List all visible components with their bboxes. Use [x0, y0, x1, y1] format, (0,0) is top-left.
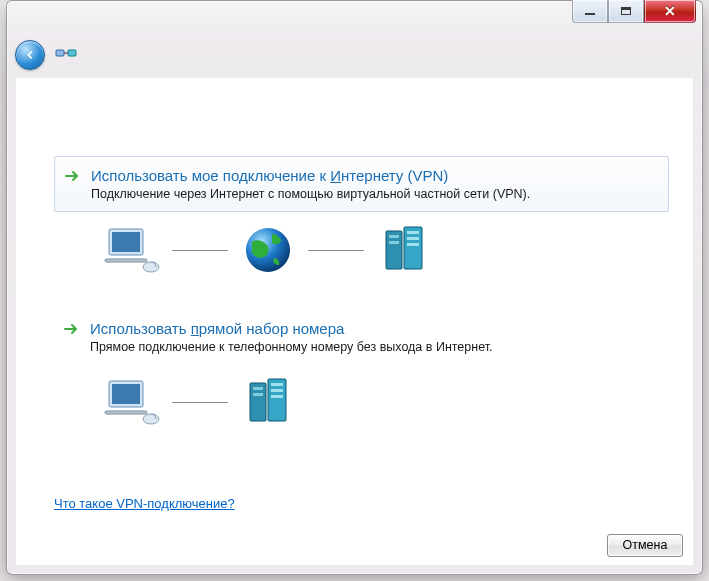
back-button[interactable] — [15, 40, 45, 70]
svg-rect-22 — [271, 395, 283, 398]
footer: Отмена — [16, 525, 693, 565]
globe-icon — [236, 222, 300, 278]
svg-rect-9 — [407, 231, 419, 234]
client-area: Использовать мое подключение к Интернету… — [15, 77, 694, 566]
option-dialup-desc: Прямое подключение к телефонному номеру … — [90, 340, 657, 354]
option-vpn-title: Использовать мое подключение к Интернету… — [91, 167, 656, 184]
close-button[interactable]: ✕ — [644, 0, 696, 23]
help-link-vpn[interactable]: Что такое VPN-подключение? — [54, 496, 235, 511]
svg-rect-24 — [253, 393, 263, 396]
svg-rect-12 — [389, 235, 399, 238]
svg-rect-16 — [105, 411, 147, 414]
caption-buttons: ✕ — [572, 0, 696, 23]
svg-rect-15 — [112, 384, 140, 404]
svg-rect-13 — [389, 241, 399, 244]
diagram-vpn — [100, 218, 669, 282]
svg-rect-20 — [271, 383, 283, 386]
network-icon — [55, 46, 77, 64]
svg-rect-10 — [407, 237, 419, 240]
diagram-dialup — [100, 370, 669, 434]
svg-rect-0 — [56, 50, 64, 56]
options-list: Использовать мое подключение к Интернету… — [54, 156, 669, 448]
arrow-right-icon — [65, 170, 81, 182]
minimize-button[interactable] — [572, 0, 608, 23]
option-vpn-desc: Подключение через Интернет с помощью вир… — [91, 187, 656, 201]
server-icon — [236, 374, 300, 430]
option-dialup[interactable]: Использовать прямой набор номера Прямое … — [54, 310, 669, 364]
connector-line — [308, 250, 364, 251]
option-vpn[interactable]: Использовать мое подключение к Интернету… — [54, 156, 669, 212]
svg-rect-3 — [112, 232, 140, 252]
titlebar: ✕ — [7, 1, 702, 31]
connector-line — [172, 250, 228, 251]
arrow-right-icon — [64, 323, 80, 335]
option-dialup-title: Использовать прямой набор номера — [90, 320, 657, 337]
wizard-window: ✕ Использовать мое подключение к Интерне… — [6, 0, 703, 575]
computer-icon — [100, 374, 164, 430]
cancel-button[interactable]: Отмена — [607, 534, 683, 557]
navbar — [15, 39, 694, 71]
server-icon — [372, 222, 436, 278]
svg-point-17 — [143, 414, 159, 424]
svg-rect-11 — [407, 243, 419, 246]
arrow-left-icon — [23, 48, 37, 62]
computer-icon — [100, 222, 164, 278]
svg-rect-1 — [68, 50, 76, 56]
maximize-button[interactable] — [608, 0, 644, 23]
svg-point-5 — [143, 262, 159, 272]
connector-line — [172, 402, 228, 403]
svg-rect-4 — [105, 259, 147, 262]
svg-rect-21 — [271, 389, 283, 392]
svg-rect-23 — [253, 387, 263, 390]
